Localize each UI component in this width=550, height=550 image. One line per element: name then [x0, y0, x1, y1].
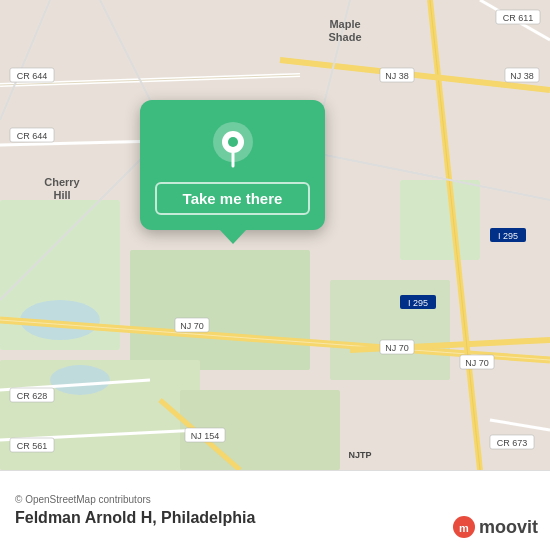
location-pin-icon: [208, 120, 258, 170]
svg-text:Hill: Hill: [53, 189, 70, 201]
svg-text:NJ 70: NJ 70: [465, 358, 489, 368]
svg-text:CR 611: CR 611: [503, 13, 534, 23]
svg-text:CR 673: CR 673: [497, 438, 528, 448]
moovit-label: moovit: [479, 517, 538, 538]
moovit-logo: m moovit: [453, 516, 538, 538]
svg-rect-4: [400, 180, 480, 260]
svg-point-63: [228, 137, 238, 147]
svg-text:I 295: I 295: [408, 298, 428, 308]
svg-text:m: m: [459, 522, 469, 534]
svg-text:Shade: Shade: [328, 31, 361, 43]
svg-text:NJ 38: NJ 38: [510, 71, 534, 81]
take-me-there-button[interactable]: Take me there: [155, 182, 310, 215]
svg-text:NJ 70: NJ 70: [180, 321, 204, 331]
svg-text:NJ 38: NJ 38: [385, 71, 409, 81]
svg-rect-2: [130, 250, 310, 370]
svg-text:CR 561: CR 561: [17, 441, 48, 451]
svg-text:Cherry: Cherry: [44, 176, 80, 188]
svg-text:CR 644: CR 644: [17, 131, 48, 141]
bottom-info-bar: © OpenStreetMap contributors Feldman Arn…: [0, 470, 550, 550]
location-popup: Take me there: [140, 100, 325, 230]
moovit-icon: m: [453, 516, 475, 538]
svg-text:NJ 70: NJ 70: [385, 343, 409, 353]
svg-text:NJTP: NJTP: [348, 450, 371, 460]
map-view[interactable]: CR 644 CR 644 NJ 38 NJ 38 I 295 I 295 NJ…: [0, 0, 550, 470]
svg-text:CR 644: CR 644: [17, 71, 48, 81]
svg-text:I 295: I 295: [498, 231, 518, 241]
svg-text:CR 628: CR 628: [17, 391, 48, 401]
svg-text:NJ 154: NJ 154: [191, 431, 220, 441]
location-name: Feldman Arnold H, Philadelphia: [15, 509, 255, 527]
svg-text:Maple: Maple: [329, 18, 360, 30]
map-attribution: © OpenStreetMap contributors: [15, 494, 535, 505]
svg-point-8: [50, 365, 110, 395]
